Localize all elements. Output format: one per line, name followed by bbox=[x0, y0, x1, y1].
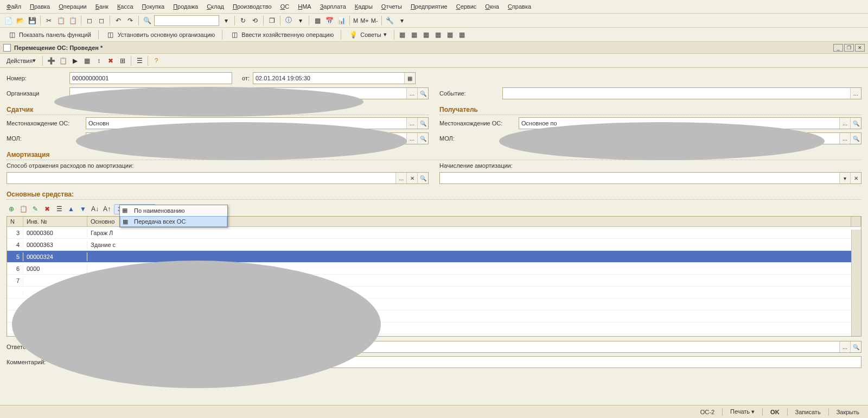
menu-item[interactable]: Зарплата bbox=[318, 2, 348, 11]
post-icon[interactable]: ▶ bbox=[70, 56, 80, 66]
set-org-button[interactable]: ◫Установить основную организацию bbox=[102, 28, 219, 41]
col-number[interactable]: N bbox=[7, 217, 23, 226]
calendar-button[interactable]: ▦ bbox=[404, 73, 415, 84]
dropdown-button[interactable]: ▾ bbox=[839, 173, 850, 183]
calc-m[interactable]: М bbox=[353, 17, 358, 24]
delete-row-icon[interactable]: ✖ bbox=[42, 204, 52, 214]
sort-desc-icon[interactable]: A↑ bbox=[102, 204, 112, 214]
generic-icon[interactable]: ◻ bbox=[85, 16, 94, 26]
table-icon[interactable]: ▦ bbox=[312, 16, 322, 26]
menu-item[interactable]: Правка bbox=[28, 2, 52, 11]
list-icon[interactable]: ☰ bbox=[54, 204, 64, 214]
clear-button[interactable]: ✕ bbox=[406, 173, 417, 183]
movement-icon[interactable]: ↕ bbox=[94, 56, 104, 66]
refresh-icon[interactable]: ↻ bbox=[238, 16, 248, 26]
show-panel-button[interactable]: ◫Показать панель функций bbox=[3, 28, 95, 41]
enter-op-button[interactable]: ◫Ввести хозяйственную операцию bbox=[226, 28, 337, 41]
tips-button[interactable]: 💡Советы ▾ bbox=[344, 28, 390, 41]
report-icon[interactable]: 📊 bbox=[336, 16, 346, 26]
move-up-icon[interactable]: ▲ bbox=[66, 204, 76, 214]
select-button[interactable]: … bbox=[406, 88, 417, 99]
select-button[interactable]: … bbox=[850, 88, 861, 99]
calc-m-plus[interactable]: М+ bbox=[360, 17, 369, 24]
windows-icon[interactable]: ❐ bbox=[267, 16, 277, 26]
table-row[interactable]: 500000324 bbox=[7, 251, 861, 263]
menu-item[interactable]: ОС bbox=[278, 2, 292, 11]
cancel-icon[interactable]: ✖ bbox=[106, 56, 116, 66]
amort-calc-field[interactable]: ▾✕ bbox=[439, 172, 861, 184]
search-button[interactable]: 🔍 bbox=[417, 88, 428, 99]
menu-item[interactable]: Банк bbox=[93, 2, 111, 11]
report-icon[interactable]: ▦ bbox=[82, 56, 92, 66]
clear-button[interactable]: ✕ bbox=[850, 173, 861, 183]
table-row[interactable]: 300000360Гараж Л bbox=[7, 227, 861, 239]
paste-icon[interactable]: 📋 bbox=[68, 16, 78, 26]
event-field[interactable]: … bbox=[502, 87, 861, 99]
menu-item[interactable]: Операции bbox=[56, 2, 88, 11]
actions-dropdown[interactable]: Действия ▾ bbox=[3, 56, 39, 65]
menu-item[interactable]: Касса bbox=[115, 2, 136, 11]
sort-asc-icon[interactable]: A↓ bbox=[90, 204, 100, 214]
save-icon[interactable]: 💾 bbox=[27, 16, 37, 26]
menu-item[interactable]: Продажа bbox=[171, 2, 200, 11]
edit-row-icon[interactable]: ✎ bbox=[30, 204, 40, 214]
select-button[interactable]: … bbox=[406, 133, 417, 144]
list-icon[interactable]: ☰ bbox=[135, 56, 144, 66]
report-icon[interactable]: ▦ bbox=[398, 30, 407, 40]
tool-icon[interactable]: 🔧 bbox=[385, 16, 395, 26]
calc-m-minus[interactable]: М- bbox=[371, 17, 378, 24]
dropdown-icon[interactable]: ▾ bbox=[296, 16, 305, 26]
number-field[interactable]: 00000000001 bbox=[69, 72, 232, 84]
structure-icon[interactable]: ⊞ bbox=[118, 56, 127, 66]
select-button[interactable]: … bbox=[395, 173, 406, 183]
table-row[interactable]: 400000363Здание с bbox=[7, 239, 861, 251]
search-icon[interactable]: 🔍 bbox=[142, 16, 152, 26]
copy-icon[interactable]: 📋 bbox=[56, 16, 66, 26]
menu-item-by-name[interactable]: ▦По наименованию bbox=[120, 205, 227, 216]
report-icon[interactable]: ▦ bbox=[457, 30, 467, 40]
move-down-icon[interactable]: ▼ bbox=[78, 204, 88, 214]
menu-item[interactable]: Покупка bbox=[140, 2, 167, 11]
print-form-button[interactable]: ОС-2 bbox=[697, 408, 718, 416]
search-button[interactable]: 🔍 bbox=[417, 133, 428, 144]
open-folder-icon[interactable]: 📂 bbox=[15, 16, 25, 26]
nav-icon[interactable]: ⟲ bbox=[250, 16, 260, 26]
menu-item[interactable]: Окна bbox=[483, 2, 501, 11]
amort-method-field[interactable]: …✕🔍 bbox=[7, 172, 429, 184]
new-doc-icon[interactable]: 📄 bbox=[3, 16, 13, 26]
ok-button[interactable]: OK bbox=[767, 408, 783, 416]
select-button[interactable]: … bbox=[839, 341, 850, 352]
add-row-icon[interactable]: ⊕ bbox=[7, 204, 16, 214]
report-icon[interactable]: ▦ bbox=[410, 30, 419, 40]
menu-item[interactable]: Файл bbox=[4, 2, 23, 11]
add-icon[interactable]: ➕ bbox=[46, 56, 56, 66]
close-button[interactable]: Закрыть bbox=[833, 408, 863, 416]
menu-item[interactable]: Сервис bbox=[454, 2, 479, 11]
menu-item[interactable]: Склад bbox=[205, 2, 226, 11]
write-button[interactable]: Записать bbox=[792, 408, 824, 416]
report-icon[interactable]: ▦ bbox=[445, 30, 455, 40]
menu-item[interactable]: Производство bbox=[231, 2, 274, 11]
search-button[interactable]: 🔍 bbox=[850, 133, 861, 144]
search-button[interactable]: 🔍 bbox=[850, 118, 861, 129]
scrollbar[interactable] bbox=[851, 230, 861, 336]
generic-icon[interactable]: ◻ bbox=[97, 16, 106, 26]
copy-icon[interactable]: 📋 bbox=[58, 56, 68, 66]
select-button[interactable]: … bbox=[406, 118, 417, 129]
print-dropdown[interactable]: Печать ▾ bbox=[727, 407, 758, 416]
menu-item[interactable]: Справка bbox=[506, 2, 533, 11]
dropdown-icon[interactable]: ▾ bbox=[397, 16, 407, 26]
search-input[interactable] bbox=[154, 15, 219, 26]
report-icon[interactable]: ▦ bbox=[422, 30, 431, 40]
cut-icon[interactable]: ✂ bbox=[44, 16, 54, 26]
menu-item[interactable]: НМА bbox=[296, 2, 313, 11]
close-button[interactable]: ✕ bbox=[855, 44, 865, 52]
undo-icon[interactable]: ↶ bbox=[113, 16, 123, 26]
search-button[interactable]: 🔍 bbox=[417, 118, 428, 129]
search-button[interactable]: 🔍 bbox=[417, 173, 428, 183]
minimize-button[interactable]: _ bbox=[833, 44, 843, 52]
redo-icon[interactable]: ↷ bbox=[125, 16, 135, 26]
search-button[interactable]: 🔍 bbox=[850, 341, 861, 352]
menu-item[interactable]: Предприятие bbox=[409, 2, 450, 11]
dropdown-icon[interactable]: ▾ bbox=[221, 16, 231, 26]
